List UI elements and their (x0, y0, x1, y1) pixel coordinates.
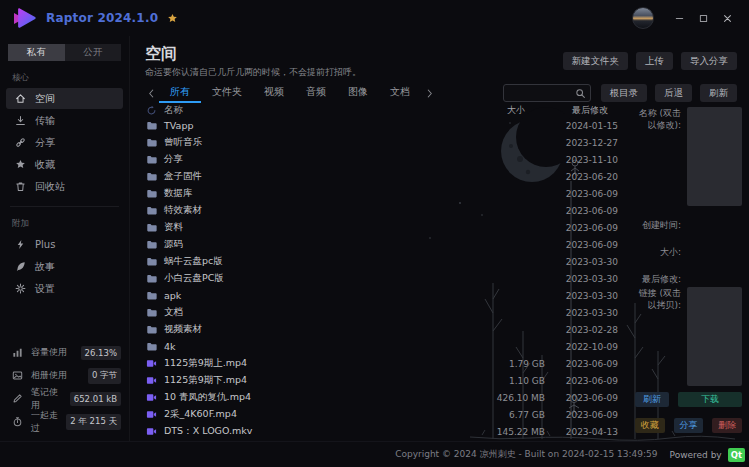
sidebar-item-space[interactable]: 空间 (6, 88, 123, 109)
row-modified: 2023-06-09 (545, 376, 618, 386)
row-modified: 2023-12-27 (545, 138, 618, 148)
row-size: 1.10 GB (455, 376, 545, 386)
root-dir-button[interactable]: 根目录 (601, 84, 648, 102)
back-button[interactable]: 后退 (655, 84, 692, 102)
maximize-button[interactable] (691, 7, 715, 29)
download-button[interactable]: 下载 (678, 392, 742, 407)
refresh-detail-button[interactable]: 刷新 (635, 392, 669, 407)
column-header-name[interactable]: 名称 (164, 104, 183, 117)
sidebar-item-settings[interactable]: 设置 (6, 278, 123, 299)
refresh-button[interactable]: 刷新 (700, 84, 737, 102)
stat-capacity-usage: 容量使用 26.13% (0, 341, 129, 364)
minimize-button[interactable] (667, 7, 691, 29)
row-modified: 2023-06-09 (545, 240, 618, 250)
field-link: 链接 (双击以拷贝): (635, 287, 742, 386)
table-row[interactable]: 蜗牛云盘pc版 2023-03-30 (130, 253, 618, 270)
row-modified: 2023-06-09 (545, 223, 618, 233)
filter-toolbar: 所有文件夹视频音频图像文档 根目录后退刷新 (130, 83, 749, 103)
table-row[interactable]: 2采_4K60F.mp4 6.77 GB 2023-06-09 (130, 406, 618, 423)
sidebar-item-share[interactable]: 分享 (6, 132, 123, 153)
field-name: 名称 (双击以修改): (635, 107, 742, 206)
table-row[interactable]: 10 青凤的复仇.mp4 426.10 MB 2023-06-09 (130, 389, 618, 406)
table-row[interactable]: 1125第9期下.mp4 1.10 GB 2023-06-09 (130, 372, 618, 389)
video-icon (146, 375, 157, 386)
table-row[interactable]: DTS：X LOGO.mkv 145.22 MB 2023-04-13 (130, 423, 618, 440)
search-input[interactable] (509, 88, 575, 98)
tab-folders[interactable]: 文件夹 (201, 83, 253, 103)
row-modified: 2023-11-10 (545, 155, 618, 165)
new-folder-button[interactable]: 新建文件夹 (563, 52, 629, 70)
sidebar-item-favorites[interactable]: 收藏 (6, 154, 123, 175)
table-row[interactable]: 文档 2023-03-30 (130, 304, 618, 321)
row-size: 145.22 MB (455, 427, 545, 437)
delete-button[interactable]: 删除 (712, 418, 742, 433)
favorite-button[interactable]: 收藏 (635, 418, 665, 433)
share-file-button[interactable]: 分享 (674, 418, 704, 433)
row-modified: 2023-06-09 (545, 359, 618, 369)
row-modified: 2023-06-09 (545, 393, 618, 403)
stat-notes-usage: 笔记使用 652.01 kB (0, 387, 129, 410)
stat-value: 2 年 215 天 (66, 414, 121, 430)
table-row[interactable]: 曾听音乐 2023-12-27 (130, 134, 618, 151)
table-row[interactable]: 特效素材 2023-06-09 (130, 202, 618, 219)
table-row[interactable]: 资料 2023-06-09 (130, 219, 618, 236)
tab-videos[interactable]: 视频 (253, 83, 295, 103)
table-row[interactable]: 视频素材 2023-02-28 (130, 321, 618, 338)
video-icon (146, 392, 157, 403)
table-row[interactable]: 小白云盘PC版 2023-03-30 (130, 270, 618, 287)
tab-private[interactable]: 私有 (8, 44, 65, 61)
tab-public[interactable]: 公开 (65, 44, 122, 61)
sidebar-item-recycle-bin[interactable]: 回收站 (6, 176, 123, 197)
table-row[interactable]: 分享 2023-11-10 (130, 151, 618, 168)
copyright-text: Copyright © 2024 凉州刺史 - Built on 2024-02… (395, 448, 657, 461)
link-box[interactable] (687, 287, 742, 386)
folder-icon (146, 205, 157, 216)
table-row[interactable]: 1125第9期上.mp4 1.79 GB 2023-06-09 (130, 355, 618, 372)
table-row[interactable]: 数据库 2023-06-09 (130, 185, 618, 202)
row-modified: 2023-06-20 (545, 172, 618, 182)
app-window: Raptor 2024.1.0 私有 公开 核心 空间 传输 分享 收藏 回收站… (0, 0, 749, 467)
watch-icon (12, 416, 23, 427)
video-icon (146, 426, 157, 437)
app-logo-icon (12, 7, 38, 29)
user-avatar[interactable] (632, 7, 654, 29)
tab-all[interactable]: 所有 (159, 83, 201, 103)
tab-audio[interactable]: 音频 (295, 83, 337, 103)
field-size: 大小: (635, 246, 742, 258)
folder-icon (146, 341, 157, 352)
gear-icon (15, 283, 26, 294)
column-header-modified[interactable]: 最后修改 (545, 104, 618, 117)
powered-by-text: Powered by (670, 450, 722, 460)
table-row[interactable]: 盒子固件 2023-06-20 (130, 168, 618, 185)
details-fields: 名称 (双击以修改):创建时间:大小:最后修改:链接 (双击以拷贝): (635, 107, 742, 392)
sidebar-item-plus[interactable]: Plus (6, 234, 123, 255)
stat-album-usage: 相册使用 0 字节 (0, 364, 129, 387)
search-box[interactable] (503, 84, 591, 102)
tabs-scroll-left-icon[interactable] (143, 88, 159, 99)
sidebar-item-transfer[interactable]: 传输 (6, 110, 123, 131)
details-panel: 名称 (双击以修改):创建时间:大小:最后修改:链接 (双击以拷贝): 刷新下载… (631, 103, 749, 441)
sidebar-item-story[interactable]: 故事 (6, 256, 123, 277)
folder-icon (146, 171, 157, 182)
titlebar: Raptor 2024.1.0 (0, 0, 749, 36)
row-size: 6.77 GB (455, 410, 545, 420)
close-button[interactable] (715, 7, 739, 29)
folder-icon (146, 222, 157, 233)
chart-icon (12, 347, 23, 358)
folder-icon (146, 273, 157, 284)
tab-images[interactable]: 图像 (337, 83, 379, 103)
row-modified: 2023-06-09 (545, 410, 618, 420)
name-box[interactable] (687, 107, 742, 206)
table-row[interactable]: 源码 2023-06-09 (130, 236, 618, 253)
table-row[interactable]: 4k 2022-10-09 (130, 338, 618, 355)
tabs-scroll-right-icon[interactable] (421, 88, 437, 99)
stat-value: 0 字节 (88, 368, 121, 384)
column-header-size[interactable]: 大小 (455, 104, 545, 117)
table-row[interactable]: TVapp 2024-01-15 (130, 117, 618, 134)
upload-button[interactable]: 上传 (636, 52, 673, 70)
import-share-button[interactable]: 导入分享 (681, 52, 737, 70)
refresh-circle-icon[interactable] (146, 105, 157, 116)
table-row[interactable]: apk 2023-03-30 (130, 287, 618, 304)
row-modified: 2023-03-30 (545, 291, 618, 301)
tab-docs[interactable]: 文档 (379, 83, 421, 103)
